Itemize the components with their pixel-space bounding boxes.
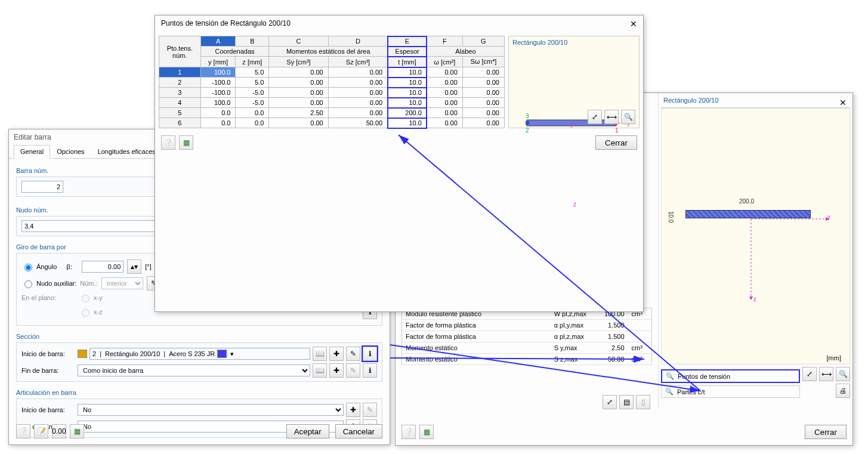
puntos-cerrar-button[interactable]: Cerrar bbox=[595, 135, 637, 150]
dim-icon-3[interactable]: ⟷ bbox=[604, 110, 619, 124]
lens-icon: 🔍 bbox=[666, 372, 674, 380]
info-preview-panel: Rectángulo 200/10 200.0 10.0 y z [mm] 🔍 bbox=[658, 93, 852, 408]
svg-rect-6 bbox=[526, 121, 529, 125]
tab-general[interactable]: General bbox=[14, 145, 50, 159]
lib-icon-2[interactable]: 📖 bbox=[313, 363, 327, 378]
prop-row[interactable]: Momento estáticoS y,max2.50cm³ bbox=[402, 342, 652, 354]
puntos-grid[interactable]: Pto.tens. núm. A B C D E F G Coordenadas… bbox=[159, 36, 505, 128]
beta-input[interactable] bbox=[82, 261, 123, 273]
axes-icon-3[interactable]: ⤢ bbox=[588, 110, 602, 124]
seccion-color-icon bbox=[78, 350, 87, 358]
excel-icon-3[interactable]: ▦ bbox=[179, 135, 193, 150]
aceptar-button[interactable]: Aceptar bbox=[286, 424, 329, 438]
units-icon[interactable]: 0.00 bbox=[52, 424, 66, 438]
num-label: Núm.: bbox=[80, 280, 97, 287]
info-cerrar-button[interactable]: Cerrar bbox=[805, 425, 847, 439]
edit-section-icon[interactable]: ✎ bbox=[346, 347, 360, 361]
unk-icon: ▯ bbox=[636, 395, 650, 409]
interior-select: Interior bbox=[101, 277, 143, 289]
new-section-icon[interactable]: ✚ bbox=[329, 347, 344, 361]
barra-num-input[interactable] bbox=[21, 181, 63, 193]
seccion-end-select[interactable]: Como inicio de barra bbox=[78, 365, 310, 376]
artic-inicio-select[interactable]: No bbox=[78, 404, 344, 416]
puntos-tension-dialog: Puntos de tensión de Rectángulo 200/10 ✕… bbox=[155, 15, 644, 312]
preview-title: Rectángulo 200/10 bbox=[661, 93, 850, 108]
artic-edit-icon: ✎ bbox=[363, 403, 377, 417]
seccion-end-info-icon[interactable]: ℹ bbox=[363, 363, 377, 378]
chevron-down-icon[interactable]: ▾ bbox=[227, 350, 236, 358]
prop-table: Módulo resistente plásticoW pl,z,max100.… bbox=[401, 308, 652, 365]
help-icon[interactable]: ❔ bbox=[16, 424, 30, 438]
lens-icon: 🔍 bbox=[665, 388, 674, 396]
axes-icon-2[interactable]: ⤢ bbox=[603, 395, 617, 409]
partes-ct-button[interactable]: 🔍 Partes c/t bbox=[661, 385, 800, 398]
excel-icon-2[interactable]: ▦ bbox=[419, 425, 434, 439]
artic-new-icon[interactable]: ✚ bbox=[346, 403, 360, 417]
puntos-tension-button[interactable]: 🔍 Puntos de tensión bbox=[661, 369, 800, 383]
seccion-info-button[interactable]: ℹ bbox=[363, 347, 377, 361]
artic-inicio-label: Inicio de barra: bbox=[21, 406, 75, 413]
radio-angulo[interactable]: Ángulo bbox=[21, 262, 57, 271]
grid-row[interactable]: 4 100.0 -5.0 0.00 0.00 10.0 0.00 0.00 bbox=[159, 98, 505, 108]
new-section-icon-2[interactable]: ✚ bbox=[329, 363, 344, 378]
tab-longitudes[interactable]: Longitudes eficaces bbox=[91, 145, 162, 158]
seccion-title: Sección bbox=[16, 331, 382, 342]
tab-opciones[interactable]: Opciones bbox=[50, 145, 91, 158]
dim-icon[interactable]: ⟷ bbox=[819, 367, 833, 381]
grid-row[interactable]: 2 -100.0 5.0 0.00 0.00 10.0 0.00 0.00 bbox=[159, 78, 505, 88]
close-icon[interactable]: ✕ bbox=[630, 19, 637, 29]
cancelar-button[interactable]: Cancelar bbox=[335, 424, 382, 438]
artic-title: Articulación en barra bbox=[16, 387, 382, 399]
prop-row[interactable]: Factor de forma plásticaα pl,z,max1.500 bbox=[402, 331, 652, 342]
puntos-preview: Rectángulo 200/10 3 4 2 1 y z ⤢ ⟷ 🔍 bbox=[508, 36, 640, 128]
beta-label: β: bbox=[60, 263, 78, 270]
beta-stepper[interactable]: ▴▾ bbox=[127, 260, 141, 274]
radio-xz: x-z bbox=[79, 307, 103, 317]
inicio-barra-label: Inicio de barra: bbox=[21, 350, 75, 357]
puntos-title: Puntos de tensión de Rectángulo 200/10 bbox=[161, 19, 291, 29]
zoom-icon[interactable]: 🔍 bbox=[836, 367, 850, 381]
plano-label: En el plano: bbox=[21, 294, 75, 301]
grid-row[interactable]: 6 0.0 0.0 0.00 50.00 10.0 0.00 0.00 bbox=[159, 118, 505, 128]
hatch-icon[interactable]: ▤ bbox=[619, 395, 634, 409]
note-icon[interactable]: 📝 bbox=[34, 424, 48, 438]
seccion-start-combo[interactable]: 2 | Rectángulo 200/10 | Acero S 235 JR ▾ bbox=[89, 348, 310, 360]
section-shape bbox=[685, 210, 811, 218]
prop-row[interactable]: Momento estáticoS z,max50.00cm³ bbox=[402, 354, 652, 365]
radio-xy: x-y bbox=[79, 293, 103, 302]
seccion-mat-color-icon bbox=[217, 350, 227, 358]
help-icon-3[interactable]: ❔ bbox=[161, 135, 175, 150]
grid-row[interactable]: 3 -100.0 -5.0 0.00 0.00 10.0 0.00 0.00 bbox=[159, 88, 505, 98]
fin-barra-label: Fin de barra: bbox=[21, 367, 75, 374]
col-ptonum[interactable]: Pto.tens. núm. bbox=[159, 36, 201, 67]
grid-row[interactable]: 1 100.0 5.0 0.00 0.00 10.0 0.00 0.00 bbox=[159, 67, 505, 78]
grid-row[interactable]: 5 0.0 0.0 2.50 0.00 200.0 0.00 0.00 bbox=[159, 108, 505, 118]
print-icon[interactable]: 🖨 bbox=[836, 384, 850, 398]
mm-label: [mm] bbox=[827, 354, 841, 362]
beta-unit: [°] bbox=[145, 263, 152, 270]
radio-nudo-aux[interactable]: Nudo auxiliar: bbox=[21, 279, 76, 288]
excel-icon[interactable]: ▦ bbox=[70, 424, 84, 438]
edit-section-icon-2: ✎ bbox=[346, 363, 360, 378]
preview-area: 200.0 10.0 y z [mm] bbox=[661, 108, 850, 365]
help-icon-2[interactable]: ❔ bbox=[401, 425, 416, 439]
zoom-icon-3[interactable]: 🔍 bbox=[621, 110, 635, 124]
axes-icon[interactable]: ⤢ bbox=[802, 367, 817, 381]
lib-icon[interactable]: 📖 bbox=[313, 347, 327, 361]
prop-row[interactable]: Factor de forma plásticaα pl,y,max1.500 bbox=[402, 320, 652, 331]
